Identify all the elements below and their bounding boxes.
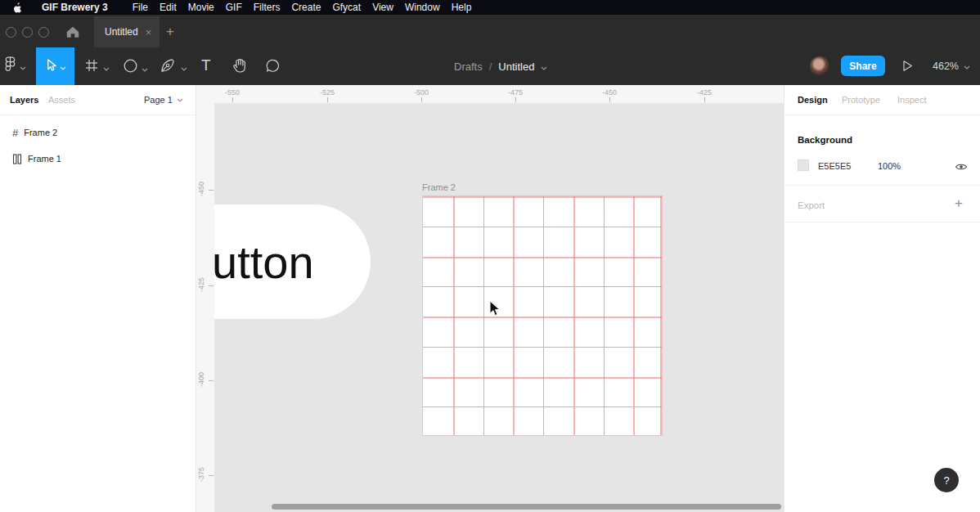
properties-panel-header: Design Prototype Inspect [784,85,980,115]
breadcrumb-file-name[interactable]: Untitled [498,61,534,73]
chevron-down-icon [142,61,148,75]
text-tool-icon: T [201,56,211,74]
menu-item-file[interactable]: File [133,2,148,13]
ruler-tick [421,97,422,102]
chevron-down-icon[interactable] [541,61,547,73]
ruler-tick [704,97,705,102]
ruler-label: -375 [197,458,205,491]
present-button[interactable] [901,59,914,76]
figma-logo-icon [4,56,16,76]
menu-app-name[interactable]: GIF Brewery 3 [42,2,108,13]
layers-panel: Layers Assets Page 1 # Frame 2 Frame 1 [0,85,196,512]
ruler-label: -475 [499,88,532,97]
menu-item-create[interactable]: Create [291,2,321,13]
canvas-button-object[interactable]: utton [214,204,371,319]
menu-item-filters[interactable]: Filters [254,2,281,13]
tab-assets[interactable]: Assets [48,95,75,105]
ruler-tick [327,97,328,102]
chevron-down-icon [181,60,187,74]
help-button-label: ? [943,474,949,487]
ruler-label: -550 [216,88,249,97]
shape-tool-button[interactable] [124,59,148,76]
menu-item-gif[interactable]: GIF [226,2,242,13]
properties-panel: Design Prototype Inspect Background E5E5… [784,85,980,512]
window-minimize-button[interactable] [22,27,33,38]
ruler-label: -450 [197,173,205,205]
ruler-tick [232,97,233,102]
breadcrumb-project[interactable]: Drafts [454,61,483,73]
chevron-down-icon [177,98,183,102]
menu-item-window[interactable]: Window [405,2,440,13]
ruler-tick [515,97,516,102]
frame2-canvas-label[interactable]: Frame 2 [422,182,456,192]
chevron-down-icon [60,59,66,74]
apple-menu-icon[interactable] [13,2,22,13]
window-close-button[interactable] [6,27,16,38]
section-divider [784,222,980,222]
comment-tool-button[interactable] [265,58,281,77]
share-button[interactable]: Share [841,56,885,76]
home-icon[interactable] [65,25,80,43]
menu-item-view[interactable]: View [372,2,393,13]
text-tool-button[interactable]: T [201,56,211,74]
layer-name: Frame 2 [24,128,57,137]
background-section-title: Background [798,135,852,145]
tab-design[interactable]: Design [798,95,828,105]
hand-tool-icon [232,57,248,77]
tab-close-icon[interactable]: × [146,27,152,38]
layer-row-frame-1[interactable]: Frame 1 [0,149,196,168]
new-tab-button[interactable]: + [166,24,174,40]
ellipse-tool-icon [124,59,137,76]
vertical-ruler: -450 -425 -400 -375 [196,103,214,512]
page-selector-label: Page 1 [144,95,173,105]
ruler-label: -425 [197,268,205,301]
background-color-hex[interactable]: E5E5E5 [818,161,851,171]
pen-tool-button[interactable] [160,57,187,76]
layer-row-frame-2[interactable]: # Frame 2 [0,123,196,142]
chevron-down-icon [20,59,26,74]
ruler-tick [209,475,214,476]
ruler-label: -400 [197,363,205,396]
eye-icon[interactable] [955,160,968,175]
breadcrumb: Drafts / Untitled [454,47,547,85]
user-avatar[interactable] [810,56,829,76]
main-menu-button[interactable] [4,56,26,76]
window-zoom-button[interactable] [38,27,49,38]
background-color-swatch[interactable] [798,159,809,171]
ruler-tick [209,190,214,191]
layers-panel-header: Layers Assets Page 1 [0,85,196,115]
menu-item-edit[interactable]: Edit [160,2,177,13]
breadcrumb-separator: / [489,61,492,73]
share-button-label: Share [849,61,876,72]
comment-bubble-icon [265,58,281,77]
frame-tool-button[interactable] [84,58,110,76]
zoom-level-control[interactable]: 462% [933,47,970,85]
frame-columns-icon [12,154,22,164]
ruler-corner [196,85,214,103]
move-tool-button[interactable] [36,47,74,85]
tab-inspect[interactable]: Inspect [897,95,926,105]
ruler-label: -425 [688,88,721,97]
ruler-label: -450 [593,88,626,97]
ruler-tick [209,285,214,286]
pen-tool-icon [160,57,176,76]
menu-item-gfycat[interactable]: Gfycat [332,2,361,13]
macos-menu-bar: GIF Brewery 3 File Edit Movie GIF Filter… [0,0,980,15]
frame2-grid[interactable] [422,195,663,436]
help-button[interactable]: ? [934,468,959,492]
horizontal-ruler: -550 -525 -500 -475 -450 -425 [214,85,784,103]
ruler-label: -500 [405,88,438,97]
background-opacity-value[interactable]: 100% [878,161,901,171]
page-selector[interactable]: Page 1 [144,95,183,105]
horizontal-scrollbar[interactable] [272,504,781,510]
menu-item-movie[interactable]: Movie [188,2,214,13]
frame-grid-icon: # [12,127,18,139]
export-add-icon[interactable]: + [955,195,963,212]
file-tab[interactable]: Untitled × [94,16,160,47]
tab-prototype[interactable]: Prototype [842,95,880,105]
tab-layers[interactable]: Layers [10,95,38,105]
file-tab-title: Untitled [105,26,138,38]
frame-tool-icon [84,58,99,76]
menu-item-help[interactable]: Help [452,2,472,13]
hand-tool-button[interactable] [232,57,248,77]
